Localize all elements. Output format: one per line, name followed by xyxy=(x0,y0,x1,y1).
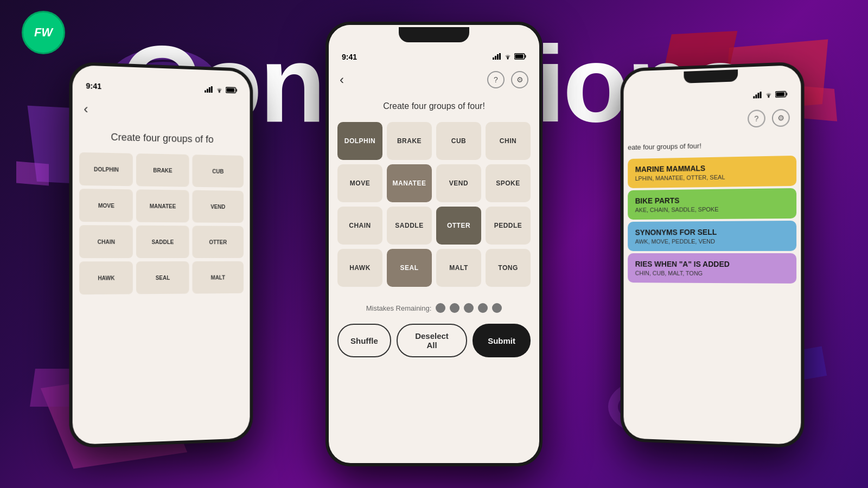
phone-right-notch xyxy=(684,69,738,84)
phone-center-game-title: Create four groups of four! xyxy=(329,93,539,117)
tile-seal-left[interactable]: SEAL xyxy=(136,261,189,294)
svg-rect-13 xyxy=(497,54,499,60)
tile-malt-left[interactable]: MALT xyxy=(192,261,244,294)
dot-3 xyxy=(464,303,474,313)
tile-manatee-center[interactable]: MANATEE xyxy=(387,164,432,202)
svg-rect-18 xyxy=(515,55,524,59)
phone-left-status-icons xyxy=(205,85,237,96)
phone-left-back-arrow[interactable]: ‹ xyxy=(84,101,88,117)
tile-otter-center[interactable]: OTTER xyxy=(436,207,481,245)
category-ries-a-added: RIES WHEN "A" IS ADDED CHIN, CUB, MALT, … xyxy=(628,253,796,284)
phone-left-grid: DOLPHIN BRAKE CUB MOVE MANATEE VEND CHAI… xyxy=(73,147,250,299)
phone-left-time: 9:41 xyxy=(86,81,101,91)
tile-peddle-center[interactable]: PEDDLE xyxy=(486,207,531,245)
tile-chain-left[interactable]: CHAIN xyxy=(79,225,133,258)
phone-left-nav: ‹ xyxy=(73,95,250,127)
category-synonyms-sell: SYNONYMS FOR SELL AWK, MOVE, PEDDLE, VEN… xyxy=(628,221,796,251)
tile-otter-left[interactable]: OTTER xyxy=(192,226,244,258)
svg-rect-9 xyxy=(236,89,237,92)
fw-logo-text: FW xyxy=(34,25,53,40)
svg-rect-3 xyxy=(205,91,206,93)
dot-1 xyxy=(436,303,445,313)
svg-rect-22 xyxy=(760,92,762,98)
mistakes-row: Mistakes Remaining: xyxy=(329,292,539,324)
tile-chain-center[interactable]: CHAIN xyxy=(337,207,382,245)
phone-center-time: 9:41 xyxy=(342,53,357,61)
marine-mammals-words: LPHIN, MANATEE, OTTER, SEAL xyxy=(635,173,789,182)
settings-icon-right[interactable]: ⚙ xyxy=(772,109,790,127)
phone-center-screen: 9:41 ‹ ? ⚙ Create four groups of xyxy=(329,25,539,463)
settings-icon[interactable]: ⚙ xyxy=(511,71,528,88)
phone-right-status-icons xyxy=(753,89,787,100)
battery-icon xyxy=(226,86,237,95)
svg-rect-14 xyxy=(499,53,501,60)
phone-center: 9:41 ‹ ? ⚙ Create four groups of xyxy=(326,22,542,466)
phone-left: 9:41 ‹ Create four groups of fo D xyxy=(69,61,253,448)
tile-hawk-left[interactable]: HAWK xyxy=(79,261,133,294)
svg-rect-26 xyxy=(776,92,784,97)
tile-chin-center[interactable]: CHIN xyxy=(486,122,531,160)
phone-left-game-title: Create four groups of fo xyxy=(73,123,250,152)
bike-parts-words: AKE, CHAIN, SADDLE, SPOKE xyxy=(635,206,789,214)
phone-right-nav: ? ⚙ xyxy=(623,104,801,136)
deco-shape-5 xyxy=(16,161,49,185)
battery-icon-right xyxy=(775,89,788,100)
phone-center-status-icons xyxy=(493,52,526,62)
tile-dolphin-left[interactable]: DOLPHIN xyxy=(79,152,133,186)
svg-rect-12 xyxy=(495,56,496,60)
phone-notch xyxy=(399,27,469,42)
tile-hawk-center[interactable]: HAWK xyxy=(337,249,382,287)
deselect-button[interactable]: Deselect All xyxy=(397,324,467,357)
tile-saddle-center[interactable]: SADDLE xyxy=(387,207,432,245)
phone-right-categories: MARINE MAMMALS LPHIN, MANATEE, OTTER, SE… xyxy=(623,156,801,284)
help-icon-right[interactable]: ? xyxy=(748,110,765,127)
marine-mammals-title: MARINE MAMMALS xyxy=(635,162,789,174)
svg-rect-21 xyxy=(757,93,759,98)
category-marine-mammals: MARINE MAMMALS LPHIN, MANATEE, OTTER, SE… xyxy=(628,156,796,188)
svg-rect-25 xyxy=(786,93,787,95)
dot-4 xyxy=(478,303,488,313)
phone-center-status: 9:41 xyxy=(329,42,539,66)
tile-spoke-center[interactable]: SPOKE xyxy=(486,164,531,202)
submit-button[interactable]: Submit xyxy=(473,324,531,357)
tile-brake-center[interactable]: BRAKE xyxy=(387,122,432,160)
wifi-icon-center xyxy=(503,52,512,62)
tile-manatee-left[interactable]: MANATEE xyxy=(136,189,189,222)
notch-area xyxy=(329,25,539,42)
svg-rect-11 xyxy=(493,57,494,60)
svg-rect-20 xyxy=(755,94,757,98)
tile-move-left[interactable]: MOVE xyxy=(79,189,133,222)
signal-icon xyxy=(205,85,213,95)
tile-seal-center[interactable]: SEAL xyxy=(387,249,432,287)
help-icon[interactable]: ? xyxy=(487,71,505,88)
tile-move-center[interactable]: MOVE xyxy=(337,164,382,202)
category-bike-parts: BIKE PARTS AKE, CHAIN, SADDLE, SPOKE xyxy=(628,188,796,220)
tile-saddle-left[interactable]: SADDLE xyxy=(136,226,189,258)
tile-vend-left[interactable]: VEND xyxy=(192,190,244,223)
tile-vend-center[interactable]: VEND xyxy=(436,164,481,202)
phone-right-screen: ? ⚙ eate four groups of four! MARINE MAM… xyxy=(623,65,801,445)
svg-rect-5 xyxy=(209,87,210,93)
phone-center-nav-icons: ? ⚙ xyxy=(487,71,528,88)
tile-brake-left[interactable]: BRAKE xyxy=(136,153,189,187)
wifi-icon-right xyxy=(764,90,773,100)
phone-right: ? ⚙ eate four groups of four! MARINE MAM… xyxy=(621,61,805,448)
signal-icon-right xyxy=(753,91,762,101)
shuffle-button[interactable]: Shuffle xyxy=(337,324,391,357)
battery-icon-center xyxy=(514,52,526,62)
ries-a-words: CHIN, CUB, MALT, TONG xyxy=(635,270,789,277)
phone-center-back-arrow[interactable]: ‹ xyxy=(340,72,344,87)
tile-tong-center[interactable]: TONG xyxy=(486,249,531,287)
tile-malt-center[interactable]: MALT xyxy=(436,249,481,287)
tile-cub-center[interactable]: CUB xyxy=(436,122,481,160)
tile-cub-left[interactable]: CUB xyxy=(192,155,244,188)
signal-icon-center xyxy=(493,52,501,62)
phone-center-nav: ‹ ? ⚙ xyxy=(329,66,539,93)
svg-point-15 xyxy=(507,58,509,60)
fw-logo: FW xyxy=(22,11,65,54)
wifi-icon xyxy=(215,85,224,95)
tile-dolphin-center[interactable]: DOLPHIN xyxy=(337,122,382,160)
phone-center-grid: DOLPHIN BRAKE CUB CHIN MOVE MANATEE VEND… xyxy=(329,117,539,292)
dot-2 xyxy=(450,303,459,313)
dot-5 xyxy=(492,303,502,313)
